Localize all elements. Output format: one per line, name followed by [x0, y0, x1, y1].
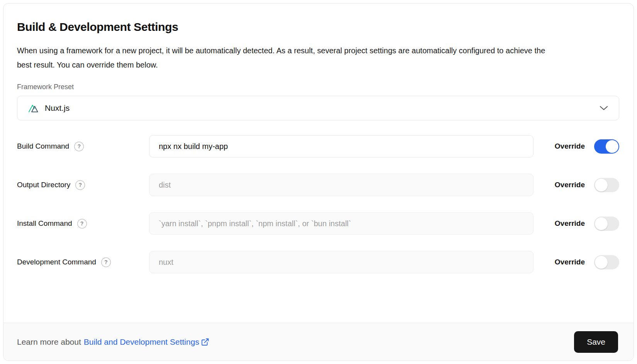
install-command-override-toggle[interactable] [594, 217, 619, 231]
output-directory-override-toggle[interactable] [594, 178, 619, 192]
setting-row-development-command: Development Command ? Override [17, 251, 619, 273]
install-command-label: Install Command [17, 219, 72, 228]
setting-row-output-directory: Output Directory ? Override [17, 174, 619, 196]
override-label: Override [555, 181, 585, 189]
install-command-input [149, 212, 533, 235]
question-circle-icon[interactable]: ? [77, 219, 87, 229]
build-command-label: Build Command [17, 142, 69, 151]
row-label-wrap: Build Command ? [17, 142, 149, 151]
settings-description: When using a framework for a new project… [17, 44, 558, 72]
development-command-override-toggle[interactable] [594, 255, 619, 269]
setting-row-build-command: Build Command ? Override [17, 135, 619, 157]
override-label: Override [555, 142, 585, 151]
output-directory-label: Output Directory [17, 181, 70, 189]
learn-more-text: Learn more about [17, 337, 81, 347]
framework-preset-select[interactable]: Nuxt.js [17, 96, 619, 120]
toggle-knob [595, 217, 608, 230]
row-label-wrap: Install Command ? [17, 219, 149, 229]
build-command-input[interactable] [149, 135, 533, 157]
card-footer: Learn more about Build and Development S… [3, 323, 634, 361]
nuxt-logo-icon [28, 103, 40, 113]
learn-more-text-wrap: Learn more about Build and Development S… [17, 337, 209, 347]
override-label: Override [555, 258, 585, 266]
setting-row-install-command: Install Command ? Override [17, 212, 619, 235]
save-button[interactable]: Save [574, 331, 618, 353]
output-directory-input [149, 174, 533, 196]
framework-preset-value: Nuxt.js [45, 103, 70, 113]
toggle-knob [606, 140, 618, 153]
build-dev-settings-card: Build & Development Settings When using … [3, 3, 634, 361]
development-command-input [149, 251, 533, 273]
question-circle-icon[interactable]: ? [74, 142, 84, 151]
chevron-down-icon [600, 106, 608, 110]
build-dev-settings-link[interactable]: Build and Development Settings [84, 337, 209, 347]
toggle-knob [595, 256, 608, 269]
page-title: Build & Development Settings [17, 20, 620, 34]
settings-rows: Build Command ? Override Output Director… [17, 135, 620, 273]
row-label-wrap: Output Directory ? [17, 180, 149, 190]
build-command-override-toggle[interactable] [594, 139, 619, 154]
external-link-icon [201, 338, 209, 346]
override-label: Override [555, 219, 585, 228]
toggle-knob [595, 179, 608, 191]
question-circle-icon[interactable]: ? [75, 180, 85, 190]
development-command-label: Development Command [17, 258, 96, 266]
framework-preset-label: Framework Preset [17, 83, 620, 91]
card-body: Build & Development Settings When using … [3, 3, 634, 323]
question-circle-icon[interactable]: ? [101, 257, 111, 267]
learn-more-link-label: Build and Development Settings [84, 337, 199, 347]
row-label-wrap: Development Command ? [17, 257, 149, 267]
